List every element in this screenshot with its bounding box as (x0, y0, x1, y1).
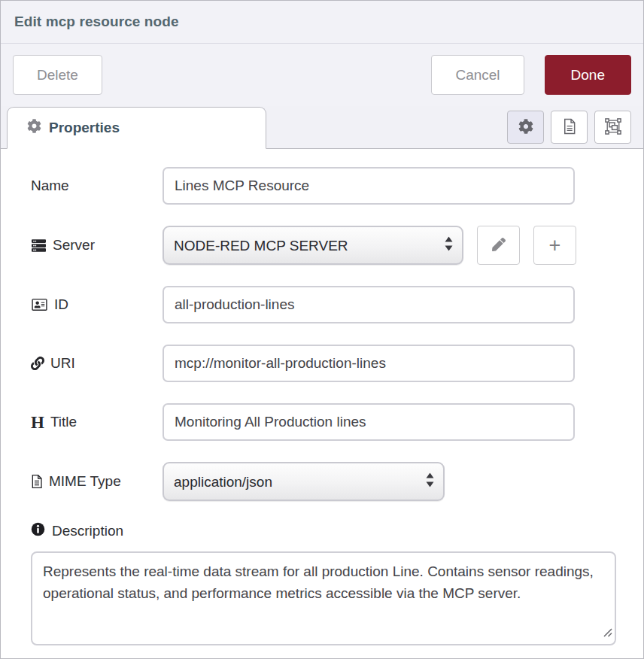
form-row-name: Name (31, 167, 643, 205)
gear-icon (27, 119, 41, 137)
dialog-button-bar: Delete Cancel Done (1, 44, 643, 106)
done-button[interactable]: Done (545, 55, 631, 95)
tab-bar: Properties (1, 106, 643, 149)
name-label-text: Name (31, 178, 69, 194)
uri-input[interactable] (163, 345, 575, 382)
uri-label: URI (31, 355, 163, 372)
description-field-wrap: Represents the real-time data stream for… (31, 551, 616, 645)
tab-toolbar (507, 111, 631, 144)
properties-tab-button[interactable] (507, 111, 544, 144)
description-textarea[interactable]: Represents the real-time data stream for… (31, 551, 616, 645)
edit-server-button[interactable] (477, 226, 520, 265)
gear-icon (518, 119, 533, 136)
file-icon (31, 474, 43, 489)
uri-label-text: URI (50, 355, 75, 372)
form-row-uri: URI (31, 345, 643, 382)
name-input[interactable] (163, 167, 575, 205)
mime-label: MIME Type (31, 473, 163, 490)
dialog-header: Edit mcp resource node (1, 1, 643, 44)
pencil-icon (492, 238, 506, 254)
form-row-server: Server NODE-RED MCP SERVER + (31, 226, 643, 265)
delete-button[interactable]: Delete (13, 55, 102, 95)
form-row-title: H Title (31, 403, 643, 441)
mime-label-text: MIME Type (49, 473, 121, 490)
edit-node-dialog: Edit mcp resource node Delete Cancel Don… (0, 0, 644, 659)
object-group-icon (605, 118, 621, 137)
id-label-text: ID (54, 296, 68, 313)
properties-form: Name Server NODE-RED MCP SERVER (1, 149, 643, 645)
header-icon: H (31, 414, 44, 431)
link-icon (31, 357, 44, 370)
dialog-title: Edit mcp resource node (14, 14, 179, 30)
tab-properties-label: Properties (49, 120, 120, 136)
title-label: H Title (31, 414, 163, 431)
description-tab-button[interactable] (551, 111, 588, 144)
file-text-icon (562, 118, 577, 137)
description-label-text: Description (52, 523, 123, 539)
mime-type-select[interactable]: application/json (163, 462, 445, 501)
name-label: Name (31, 178, 163, 194)
id-label: ID (31, 296, 163, 313)
id-card-icon (31, 298, 48, 311)
mime-select-wrap: application/json (163, 462, 445, 501)
title-input[interactable] (163, 403, 575, 441)
description-label: Description (31, 522, 643, 540)
add-server-button[interactable]: + (533, 226, 576, 265)
form-row-mime: MIME Type application/json (31, 462, 643, 501)
server-label-text: Server (53, 237, 95, 254)
server-select[interactable]: NODE-RED MCP SERVER (163, 226, 463, 265)
server-icon (31, 238, 47, 253)
plus-icon: + (549, 235, 561, 256)
title-label-text: Title (50, 414, 77, 430)
info-icon (31, 522, 45, 540)
server-select-wrap: NODE-RED MCP SERVER (163, 226, 463, 265)
tab-properties[interactable]: Properties (7, 107, 266, 149)
form-row-id: ID (31, 286, 643, 323)
appearance-tab-button[interactable] (594, 111, 631, 144)
cancel-button[interactable]: Cancel (431, 55, 524, 95)
id-input[interactable] (163, 286, 575, 323)
server-label: Server (31, 237, 163, 254)
